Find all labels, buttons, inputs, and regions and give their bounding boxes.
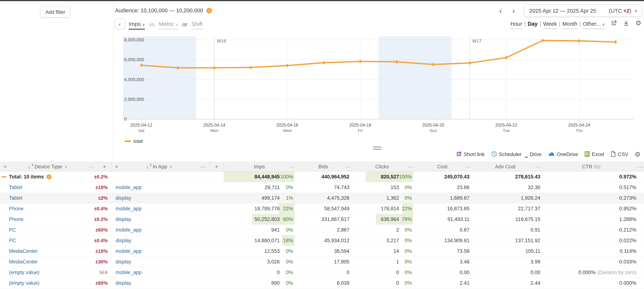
- device-type-cell[interactable]: Tablet: [0, 193, 98, 203]
- clicks-cell: 820,527100%: [366, 172, 413, 182]
- device-type-cell[interactable]: Phone: [0, 204, 98, 214]
- device-type-link[interactable]: Tablet: [9, 195, 22, 201]
- excel-button[interactable]: Excel: [584, 151, 604, 158]
- interval-option-other[interactable]: Other...∨: [583, 21, 605, 29]
- in-app-link[interactable]: mobile_app: [116, 227, 142, 233]
- column-header-clicks[interactable]: Clicks: [366, 162, 413, 171]
- in-app-link[interactable]: display: [116, 238, 131, 244]
- short-link-button[interactable]: Short link: [456, 151, 485, 158]
- csv-button[interactable]: CSV: [610, 151, 628, 158]
- column-menu-icon[interactable]: ···: [465, 164, 471, 170]
- in-app-link[interactable]: display: [116, 195, 131, 201]
- device-type-link[interactable]: Phone: [9, 216, 24, 222]
- device-type-cell[interactable]: PC: [0, 235, 98, 246]
- date-next-button[interactable]: ›: [512, 7, 515, 15]
- in-app-link[interactable]: display: [116, 280, 131, 286]
- device-type-link[interactable]: MediaCenter: [9, 259, 38, 265]
- info-icon[interactable]: i: [46, 174, 52, 179]
- in-app-link[interactable]: mobile_app: [116, 206, 142, 212]
- download-icon[interactable]: [622, 20, 630, 27]
- in-app-link[interactable]: mobile_app: [116, 270, 142, 276]
- device-type-link[interactable]: PC: [9, 227, 16, 233]
- table-settings-button[interactable]: ⚙: [635, 151, 641, 158]
- column-menu-icon[interactable]: ···: [536, 164, 542, 170]
- date-prev-button[interactable]: ‹: [499, 7, 502, 15]
- in-app-cell[interactable]: mobile_app: [111, 267, 210, 278]
- in-app-link[interactable]: mobile_app: [116, 184, 142, 190]
- drive-button[interactable]: Drive: [528, 152, 542, 157]
- compare-metric-dropdown[interactable]: Metric∨: [159, 21, 178, 30]
- add-filter-button[interactable]: Add filter: [41, 7, 70, 17]
- in-app-cell[interactable]: mobile_app: [111, 246, 210, 256]
- gear-icon[interactable]: ⚙: [635, 20, 642, 27]
- column-header-in-app[interactable]: ×↓2In App∨···: [111, 162, 210, 171]
- device-type-link[interactable]: MediaCenter: [9, 248, 38, 254]
- add-column-button[interactable]: +: [210, 162, 224, 171]
- column-header-bids[interactable]: Bids: [310, 162, 350, 171]
- in-app-cell[interactable]: mobile_app: [111, 182, 210, 192]
- device-type-link[interactable]: (empty value): [9, 280, 40, 286]
- resize-handle[interactable]: [373, 146, 382, 151]
- column-menu[interactable]: ···: [294, 162, 310, 171]
- device-type-cell[interactable]: (empty value): [0, 278, 98, 288]
- device-type-cell[interactable]: MediaCenter: [0, 256, 98, 267]
- column-header-cost[interactable]: Cost: [428, 162, 470, 171]
- remove-column-icon[interactable]: ×: [4, 164, 7, 170]
- in-app-cell[interactable]: display: [111, 256, 210, 267]
- spacer-cell: [210, 225, 224, 235]
- column-menu-icon[interactable]: ···: [88, 164, 94, 170]
- device-type-link[interactable]: PC: [9, 238, 16, 244]
- column-menu-icon[interactable]: ···: [345, 164, 352, 170]
- remove-column-icon[interactable]: ×: [115, 164, 118, 170]
- open-in-new-icon[interactable]: [610, 20, 618, 27]
- column-menu-icon[interactable]: ···: [408, 164, 414, 170]
- in-app-cell[interactable]: mobile_app: [111, 225, 210, 235]
- device-type-link[interactable]: Tablet: [9, 184, 22, 190]
- onedrive-button[interactable]: OneDrive: [548, 151, 578, 158]
- column-menu[interactable]: ···: [470, 162, 485, 171]
- scheduler-button[interactable]: Scheduler: [491, 151, 522, 158]
- metric-back-button[interactable]: ‹: [115, 20, 124, 29]
- in-app-cell[interactable]: mobile_app: [111, 204, 210, 214]
- in-app-link[interactable]: display: [116, 216, 131, 222]
- interval-option-day[interactable]: Day: [528, 21, 538, 28]
- date-range-picker[interactable]: 2025 Apr 12 — 2025 Apr 25 (UTC +2) ∨: [524, 5, 642, 16]
- in-app-cell[interactable]: display: [111, 214, 210, 224]
- in-app-link[interactable]: display: [116, 259, 131, 265]
- column-menu-icon[interactable]: ···: [637, 164, 644, 170]
- column-menu[interactable]: ···: [541, 162, 556, 171]
- device-type-link[interactable]: (empty value): [9, 270, 40, 276]
- interval-option-hour[interactable]: Hour: [510, 21, 522, 29]
- info-icon[interactable]: i: [206, 8, 212, 14]
- metric-dropdown[interactable]: Imps∨: [129, 21, 145, 30]
- sort-control[interactable]: ↓1Device Type∨: [28, 164, 67, 170]
- column-menu-icon[interactable]: ···: [200, 164, 206, 170]
- device-type-cell[interactable]: Tablet: [0, 182, 98, 192]
- column-menu-icon[interactable]: ···: [289, 164, 296, 170]
- time-series-chart[interactable]: W16W1702,000,0004,000,0006,000,0008,000,…: [113, 32, 644, 132]
- column-menu[interactable]: ···: [413, 162, 428, 171]
- in-app-cell[interactable]: display: [111, 193, 210, 203]
- in-app-cell[interactable]: display: [111, 278, 210, 288]
- add-column-button[interactable]: +: [98, 162, 111, 171]
- device-type-cell[interactable]: PC: [0, 225, 98, 235]
- column-header-ctr[interactable]: CTRf(x): [556, 162, 637, 171]
- legend-label-total[interactable]: total: [134, 138, 143, 144]
- shift-option[interactable]: Shift: [192, 21, 203, 30]
- sort-control[interactable]: ↓2In App∨: [146, 164, 172, 170]
- in-app-cell[interactable]: display: [111, 235, 210, 246]
- interval-option-month[interactable]: Month: [562, 21, 578, 29]
- column-header-imps[interactable]: Imps: [224, 162, 294, 171]
- device-type-cell[interactable]: (empty value): [0, 267, 98, 278]
- imps-cell: 3,0260%: [224, 256, 294, 267]
- device-type-cell[interactable]: MediaCenter: [0, 246, 98, 256]
- column-header-adv-cost[interactable]: Adv Cost: [485, 162, 541, 171]
- column-header-device-type[interactable]: ×↓1Device Type∨···: [0, 162, 98, 171]
- column-menu[interactable]: ···: [350, 162, 366, 171]
- in-app-link[interactable]: mobile_app: [116, 248, 142, 254]
- device-type-cell[interactable]: Phone: [0, 214, 98, 224]
- column-menu[interactable]: ···: [637, 162, 644, 171]
- interval-option-week[interactable]: Week: [543, 21, 557, 29]
- device-type-link[interactable]: Phone: [9, 206, 24, 212]
- clicks-value: 820,527: [366, 174, 399, 180]
